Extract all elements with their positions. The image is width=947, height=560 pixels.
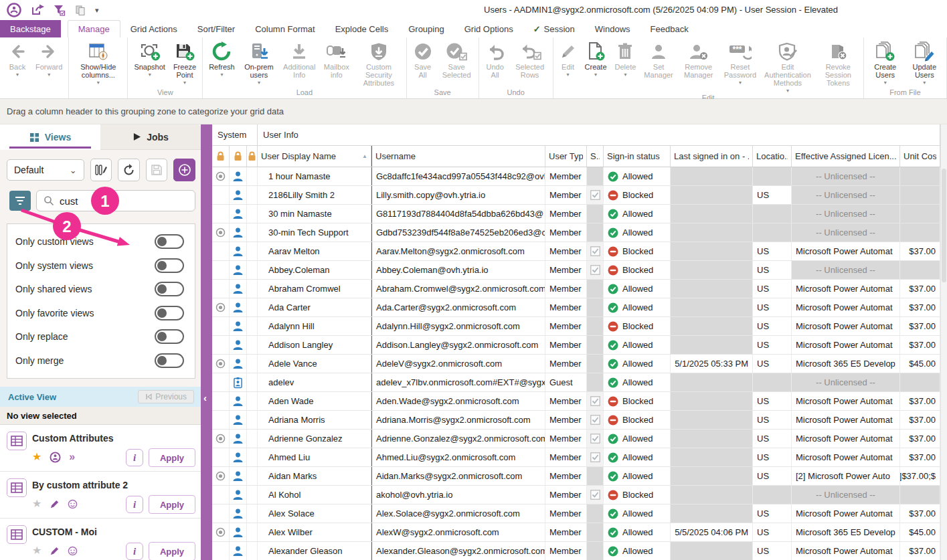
cell-unit-cost[interactable]: $37.00	[900, 336, 940, 354]
cell-signin-status[interactable]: Allowed	[604, 167, 671, 185]
cell-display-name[interactable]: 30 min Namaste	[258, 205, 371, 223]
ribbon-button-freeze-point[interactable]: Freeze Point▾	[169, 39, 200, 88]
cell-synced[interactable]	[587, 317, 604, 335]
caret-down-icon[interactable]: ▾	[95, 6, 99, 15]
table-row[interactable]: Adriana MorrisAdriana.Morris@sygx2.onmic…	[212, 411, 940, 430]
cell-indicator[interactable]	[212, 298, 230, 316]
add-view-button[interactable]	[173, 159, 195, 181]
cell-location[interactable]: US	[753, 261, 792, 279]
table-row[interactable]: Aden WadeAden.Wade@sygx2.onmicrosoft.com…	[212, 392, 940, 411]
cell-last-signed-in[interactable]: 5/5/2025 04:06 PM	[671, 523, 753, 541]
apply-view-button[interactable]: Apply	[149, 495, 195, 514]
cell-last-signed-in[interactable]	[671, 317, 753, 335]
filter-options-button[interactable]	[9, 191, 31, 211]
column-header-username[interactable]: Username	[371, 146, 545, 167]
cell-display-name[interactable]: Abraham Cromwel	[258, 280, 371, 298]
cell-username[interactable]: Abbey.Coleman@ovh.ytria.io	[371, 261, 545, 279]
cell-indicator[interactable]	[212, 167, 230, 185]
cell-license[interactable]: -- Unlicensed --	[792, 223, 900, 242]
cell-indicator[interactable]	[212, 542, 230, 560]
cell-unit-cost[interactable]	[900, 205, 940, 223]
table-row[interactable]: Ada CarterAda.Carter@sygx2.onmicrosoft.c…	[212, 298, 940, 317]
cell-unit-cost[interactable]: $37.00	[900, 280, 940, 298]
cell-blank[interactable]	[247, 411, 258, 429]
cell-signin-status[interactable]: Allowed	[604, 373, 671, 391]
cell-last-signed-in[interactable]	[671, 542, 753, 560]
cell-unit-cost[interactable]: $37.00	[900, 242, 940, 260]
cell-license[interactable]: [2] Microsoft Power Auto	[792, 467, 900, 485]
cell-license[interactable]: Microsoft Power Automat	[792, 411, 900, 429]
column-header-s[interactable]: S...	[587, 146, 604, 167]
cell-display-name[interactable]: 2186Lilly Smith 2	[258, 186, 371, 204]
cell-unit-cost[interactable]	[900, 186, 940, 204]
cell-user-icon[interactable]	[230, 242, 247, 260]
cell-license[interactable]: Microsoft Power Automat	[792, 336, 900, 354]
cell-display-name[interactable]: Alexander Gleason	[258, 542, 371, 560]
cell-username[interactable]: Gdbd753239df544f8a8e74525eb206ed3@c	[371, 223, 545, 242]
table-row[interactable]: Abbey.ColemanAbbey.Coleman@ovh.ytria.ioM…	[212, 261, 940, 280]
cell-user-type[interactable]: Member	[545, 186, 587, 204]
panel-splitter[interactable]: ‹	[201, 124, 212, 560]
column-header-effective-assigned-licen[interactable]: Effective Assigned Licen...	[792, 146, 900, 167]
cell-blank[interactable]	[247, 167, 258, 185]
cell-display-name[interactable]: Aarav Melton	[258, 242, 371, 260]
ribbon-button-mailbox-info[interactable]: Mailbox info	[319, 39, 353, 88]
ribbon-button-save-all[interactable]: Save All	[409, 39, 437, 88]
ribbon-button-create[interactable]: Create▾	[581, 39, 611, 94]
ribbon-tab-sort-filter[interactable]: Sort/Filter	[187, 20, 245, 37]
cell-blank[interactable]	[247, 317, 258, 335]
cell-indicator[interactable]	[212, 392, 230, 410]
cell-user-type[interactable]: Member	[545, 448, 587, 466]
column-header-locatio[interactable]: Locatio...	[753, 146, 792, 167]
toggle-switch-only-shared-views[interactable]	[155, 282, 184, 296]
apply-view-button[interactable]: Apply	[149, 448, 195, 467]
cell-unit-cost[interactable]: $37.00	[900, 298, 940, 316]
cell-synced[interactable]	[587, 467, 604, 485]
cell-user-icon[interactable]	[230, 280, 247, 298]
toggle-switch-only-replace[interactable]	[155, 329, 184, 344]
cell-location[interactable]: US	[753, 242, 792, 260]
view-info-button[interactable]: i	[126, 449, 143, 466]
cell-user-icon[interactable]	[230, 167, 247, 185]
ribbon-tab-grouping[interactable]: Grouping	[398, 20, 454, 37]
table-row[interactable]: adelevadelev_x7lbv.onmicrosoft.com#EXT#@…	[212, 373, 940, 392]
cell-last-signed-in[interactable]	[671, 467, 753, 485]
cell-indicator[interactable]	[212, 523, 230, 541]
table-row[interactable]: Aidan MarksAidan.Marks@sygx2.onmicrosoft…	[212, 467, 940, 486]
cell-signin-status[interactable]: Allowed	[604, 523, 671, 541]
table-row[interactable]: Abraham CromwelAbraham.Cromwel@sygx2.onm…	[212, 280, 940, 298]
cell-blank[interactable]	[247, 242, 258, 260]
cell-user-type[interactable]: Member	[545, 261, 587, 279]
lock-column-header[interactable]	[247, 146, 258, 167]
cell-license[interactable]: Microsoft Power Automat	[792, 430, 900, 448]
cell-unit-cost[interactable]: $37.00	[900, 317, 940, 335]
ribbon-tab-grid-actions[interactable]: Grid Actions	[120, 20, 187, 37]
cell-indicator[interactable]	[212, 261, 230, 279]
ribbon-button-back[interactable]: Back▾	[3, 39, 31, 88]
cell-signin-status[interactable]: Allowed	[604, 430, 671, 448]
save-view-button[interactable]	[146, 159, 168, 181]
ribbon-button-delete[interactable]: Delete▾	[611, 39, 640, 94]
cell-indicator[interactable]	[212, 317, 230, 335]
cell-user-icon[interactable]	[230, 392, 247, 410]
vertical-scrollbar[interactable]	[940, 124, 947, 560]
cell-username[interactable]: Gc8daffc1fe434acd997a05543f448c92@ovh	[371, 167, 545, 185]
cell-user-icon[interactable]	[230, 355, 247, 373]
table-row[interactable]: 30-min Tech SupportGdbd753239df544f8a8e7…	[212, 223, 940, 242]
cell-signin-status[interactable]: Allowed	[604, 448, 671, 466]
cell-blank[interactable]	[247, 542, 258, 560]
cell-synced[interactable]	[587, 223, 604, 242]
table-row[interactable]: Al Koholakohol@ovh.ytria.ioMemberBlocked…	[212, 486, 940, 504]
cell-blank[interactable]	[247, 186, 258, 204]
cell-username[interactable]: AdeleV@sygx2.onmicrosoft.com	[371, 355, 545, 373]
cell-user-icon[interactable]	[230, 317, 247, 335]
ribbon-tab-windows[interactable]: Windows	[585, 20, 640, 37]
cell-user-icon[interactable]	[230, 504, 247, 523]
cell-blank[interactable]	[247, 523, 258, 541]
cell-display-name[interactable]: Al Kohol	[258, 486, 371, 504]
ribbon-button-selected-rows[interactable]: Selected Rows	[509, 39, 551, 88]
cell-location[interactable]: US	[753, 280, 792, 298]
cell-user-type[interactable]: Guest	[545, 373, 587, 391]
edit-columns-button[interactable]	[90, 159, 112, 181]
lock-column-header[interactable]	[230, 146, 247, 167]
